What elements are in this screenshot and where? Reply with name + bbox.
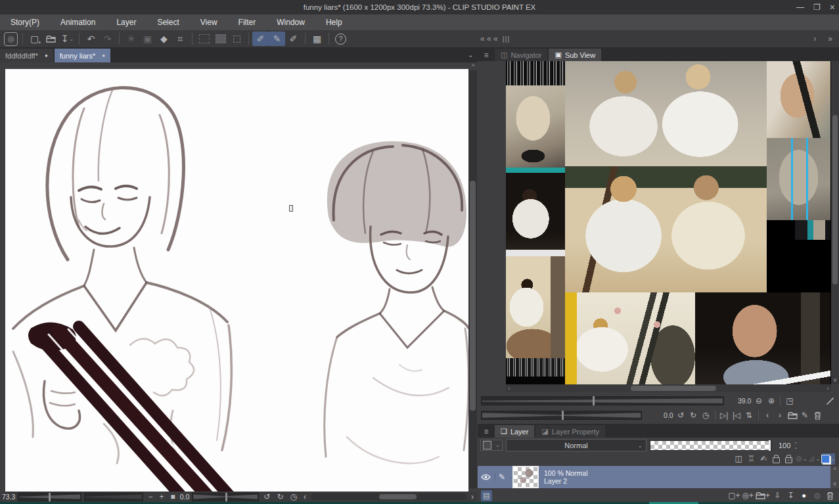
rotate-ccw-button[interactable]: ↺ bbox=[261, 492, 272, 501]
canvas-zoom-slider-fine[interactable] bbox=[84, 493, 143, 501]
menu-view[interactable]: View bbox=[190, 14, 228, 30]
layer-opacity-slider[interactable] bbox=[650, 440, 771, 451]
merge-with-lower-layer-button[interactable]: ↧ bbox=[785, 490, 796, 501]
gradient-button[interactable]: ◆ bbox=[156, 32, 172, 46]
zoom-out-button[interactable]: ⊖ bbox=[753, 396, 764, 407]
play-reverse-button[interactable]: |◁ bbox=[731, 410, 742, 421]
canvas-vertical-scrollbar[interactable] bbox=[469, 70, 477, 488]
undo-button[interactable]: ↶ bbox=[83, 32, 99, 46]
previous-image-button[interactable]: ‹ bbox=[762, 410, 773, 421]
rotate-cw-button[interactable]: ↻ bbox=[275, 492, 285, 501]
subview-zoom-slider[interactable] bbox=[481, 396, 724, 405]
open-file-button[interactable] bbox=[43, 32, 59, 46]
subview-horizontal-scroll-thumb[interactable] bbox=[631, 386, 716, 391]
apply-mask-button[interactable]: ◍ bbox=[811, 490, 823, 501]
snap-to-grid-button[interactable]: ✐ bbox=[285, 32, 302, 46]
enable-mask-button[interactable]: ⊘⌄ bbox=[796, 453, 807, 465]
subview-vertical-scroll-thumb[interactable] bbox=[832, 115, 838, 285]
canvas-zoom-slider[interactable] bbox=[18, 493, 81, 501]
delete-image-button[interactable] bbox=[812, 410, 823, 421]
tab-list-chevron-icon[interactable]: ⌄ bbox=[468, 51, 474, 59]
canvas-fit-button[interactable]: ■ bbox=[168, 492, 177, 501]
new-folder-button[interactable]: + bbox=[756, 490, 770, 501]
draft-layer-button[interactable]: ✍ bbox=[758, 453, 769, 465]
new-layer-dialog-button[interactable]: ◎+ bbox=[742, 490, 754, 501]
invert-selection-button[interactable] bbox=[212, 32, 229, 46]
layer-list-scroll-up-icon[interactable]: ^ bbox=[830, 467, 839, 473]
zoom-in-button[interactable]: ⊕ bbox=[765, 396, 777, 407]
new-document-button[interactable]: ▢+ bbox=[26, 32, 43, 46]
ruler-range-button[interactable]: ⊿⌄ bbox=[809, 453, 821, 465]
palette-color-dropdown[interactable]: ⌄ bbox=[480, 440, 503, 451]
close-button[interactable]: × bbox=[830, 2, 835, 12]
subview-reference-collage[interactable] bbox=[506, 61, 831, 384]
clip-to-layer-below-button[interactable]: ◫ bbox=[733, 453, 744, 465]
redo-button[interactable]: ↷ bbox=[99, 32, 116, 46]
layer-mask-button[interactable]: ● bbox=[798, 490, 809, 501]
transfer-to-lower-layer-button[interactable]: ⇩ bbox=[772, 490, 783, 501]
reset-rotation-button[interactable]: ◷ bbox=[288, 492, 298, 501]
deselect-button[interactable] bbox=[196, 32, 212, 46]
subview-vertical-scrollbar[interactable] bbox=[831, 61, 839, 384]
canvas[interactable] bbox=[5, 69, 468, 492]
menu-filter[interactable]: Filter bbox=[228, 14, 267, 30]
open-image-button[interactable] bbox=[787, 410, 798, 421]
rotate-ccw-button[interactable]: ↺ bbox=[675, 410, 687, 421]
menu-window[interactable]: Window bbox=[266, 14, 315, 30]
canvas-rotation-slider[interactable] bbox=[192, 493, 259, 501]
shrink-selection-button[interactable] bbox=[229, 32, 245, 46]
delete-layer-button[interactable] bbox=[825, 490, 836, 501]
play-button[interactable]: ▷| bbox=[719, 410, 730, 421]
minimize-button[interactable]: — bbox=[796, 3, 804, 12]
canvas-vertical-scroll-thumb[interactable] bbox=[470, 181, 476, 411]
lock-transparent-pixels-button[interactable] bbox=[783, 453, 794, 465]
palette-menu-icon[interactable]: ≡ bbox=[478, 49, 495, 61]
tab-layer[interactable]: ❏ Layer bbox=[495, 425, 534, 438]
reference-layer-button[interactable]: ♖ bbox=[746, 453, 757, 465]
modifier-key-pad-button[interactable]: ▦ bbox=[309, 32, 325, 46]
new-raster-layer-button[interactable]: ▢+ bbox=[728, 490, 740, 501]
tab-funny-liars[interactable]: funny liars* ● bbox=[55, 49, 110, 62]
collapse-panels-icon[interactable]: « « « bbox=[480, 34, 498, 43]
next-image-button[interactable]: › bbox=[775, 410, 786, 421]
blend-mode-select[interactable]: Normal ⌄ bbox=[506, 439, 646, 451]
canvas-scroll-right-icon[interactable]: › bbox=[469, 492, 476, 501]
rotate-cw-button[interactable]: ↻ bbox=[688, 410, 699, 421]
clip-studio-logo[interactable]: ◎ bbox=[3, 32, 19, 46]
fill-button[interactable]: ▣ bbox=[139, 32, 156, 46]
tab-layer-property[interactable]: ◪ Layer Property bbox=[535, 425, 605, 438]
maximize-button[interactable]: ❐ bbox=[813, 3, 821, 12]
dock-drag-handle[interactable]: ||| bbox=[503, 35, 510, 43]
snap-to-special-ruler-button[interactable]: ✎ bbox=[269, 32, 285, 46]
menu-select[interactable]: Select bbox=[147, 14, 189, 30]
canvas-scroll-left-icon[interactable]: ‹ bbox=[302, 492, 308, 501]
layer-thumbnail[interactable] bbox=[512, 466, 539, 488]
opacity-spinner[interactable]: ⌃⌄ bbox=[794, 442, 798, 449]
menu-layer[interactable]: Layer bbox=[106, 14, 147, 30]
save-button[interactable]: ↧⌄ bbox=[59, 32, 76, 46]
snap-to-ruler-button[interactable]: ✐ bbox=[252, 32, 269, 46]
expand-right-icon[interactable]: › bbox=[813, 34, 816, 43]
layer-list-scrollbar[interactable]: ^ v bbox=[830, 466, 839, 488]
reset-rotation-button[interactable]: ◷ bbox=[700, 410, 712, 421]
lock-layer-button[interactable] bbox=[771, 453, 782, 465]
tab-sub-view[interactable]: ▣ Sub View bbox=[549, 49, 601, 61]
list-view-toggle-button[interactable]: ▤ bbox=[481, 490, 492, 501]
flip-button[interactable]: ⇅ bbox=[744, 410, 755, 421]
canvas-zoom-in-button[interactable]: + bbox=[157, 492, 166, 501]
subview-scroll-right-icon[interactable]: › bbox=[825, 386, 831, 392]
crop-frame-button[interactable]: ⌗ bbox=[172, 32, 189, 46]
help-button[interactable]: ? bbox=[332, 32, 349, 46]
eyedropper-button[interactable] bbox=[825, 396, 836, 407]
layer-row-layer-2[interactable]: ✎ 100 % Normal Layer 2 bbox=[478, 466, 830, 488]
tab-navigator[interactable]: ◫ Navigator bbox=[495, 49, 547, 61]
canvas-scroll-up-icon[interactable]: ^ bbox=[469, 64, 477, 70]
layer-color-button[interactable]: ⌄ bbox=[821, 453, 835, 465]
tab-fddfddfdff[interactable]: fddfddfdff* ● bbox=[0, 49, 53, 62]
layer-list-scroll-down-icon[interactable]: v bbox=[830, 481, 839, 487]
edit-image-button[interactable]: ✎ bbox=[800, 410, 811, 421]
subview-scroll-left-icon[interactable]: ‹ bbox=[506, 386, 512, 392]
canvas-horizontal-scrollbar[interactable] bbox=[311, 493, 466, 500]
expand-more-icon[interactable]: » bbox=[828, 34, 832, 43]
menu-storyp[interactable]: Story(P) bbox=[0, 14, 50, 30]
